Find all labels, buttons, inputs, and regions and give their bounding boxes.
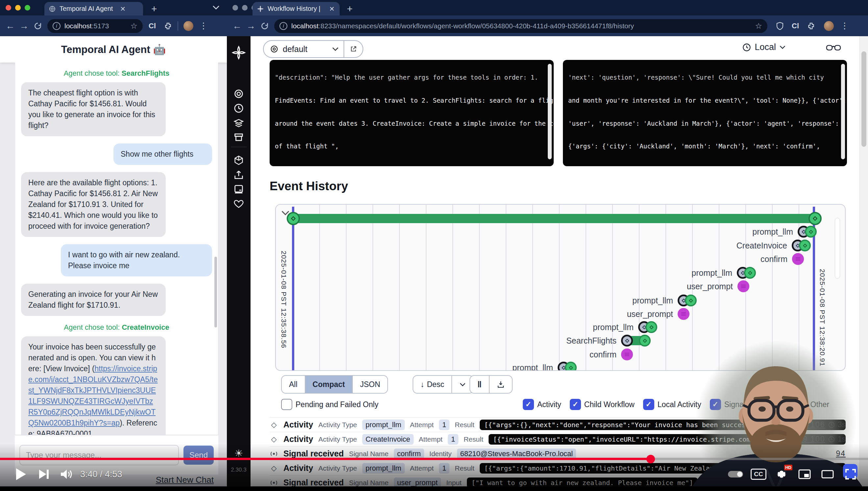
export-icon[interactable] xyxy=(227,169,251,180)
close-window-button[interactable] xyxy=(232,5,238,10)
timeline-event-activity[interactable]: SearchFlights xyxy=(621,335,651,347)
workflow-end-marker[interactable] xyxy=(808,212,822,225)
profile-avatar[interactable] xyxy=(183,21,193,31)
filter-activity[interactable]: ✓Activity xyxy=(523,399,561,410)
bookmark-star-icon[interactable]: ☆ xyxy=(130,21,137,31)
schedules-icon[interactable] xyxy=(227,103,251,114)
chat-message-list[interactable]: Agent chose tool: SearchFlights The chea… xyxy=(15,62,218,435)
conversation-history-json-panel[interactable]: 'next': 'question', 'response': \"Sure! … xyxy=(563,60,847,166)
filter-child-workflow[interactable]: ✓Child Workflow xyxy=(570,399,634,410)
address-bar[interactable]: i localhost:8233/namespaces/default/work… xyxy=(274,19,767,33)
new-tab-button[interactable]: + xyxy=(151,3,157,15)
code-scrollbar[interactable] xyxy=(841,64,845,159)
temporal-logo-icon[interactable] xyxy=(227,46,251,60)
archive-icon[interactable] xyxy=(227,132,251,143)
settings-button[interactable]: HD xyxy=(770,463,793,486)
timeline-event-activity[interactable]: prompt_llm xyxy=(678,294,697,307)
favorites-heart-icon[interactable] xyxy=(227,198,251,209)
stack-icon[interactable] xyxy=(227,117,251,128)
collapse-timeline-chevron-icon[interactable] xyxy=(280,210,290,216)
code-scrollbar[interactable] xyxy=(548,64,552,159)
timeline-event-activity[interactable]: prompt_llm xyxy=(737,267,756,279)
autoplay-toggle[interactable] xyxy=(724,463,747,486)
right-toolbar: ← → i localhost:8233/namespaces/default/… xyxy=(227,16,868,36)
back-button[interactable]: ← xyxy=(230,21,244,31)
view-tab-all[interactable]: All xyxy=(282,376,305,393)
site-info-icon[interactable]: i xyxy=(53,22,61,30)
view-tab-json[interactable]: JSON xyxy=(353,376,387,393)
miniplayer-button[interactable] xyxy=(793,463,816,486)
zoom-window-button[interactable] xyxy=(25,5,30,10)
download-history-button[interactable] xyxy=(490,376,512,393)
hd-quality-badge: HD xyxy=(784,465,793,470)
extension-cl-icon[interactable]: Cl xyxy=(149,22,156,30)
timeline-event-activity[interactable]: prompt_llm xyxy=(558,362,577,371)
sort-order-button: ↓Desc xyxy=(413,375,474,394)
namespace-icon xyxy=(270,45,279,54)
address-bar[interactable]: i localhost:5173 ☆ xyxy=(48,19,143,33)
browser-menu-icon[interactable]: ⋮ xyxy=(199,21,208,31)
play-button[interactable] xyxy=(9,463,32,486)
reload-button[interactable] xyxy=(258,22,272,30)
reload-button[interactable] xyxy=(31,22,45,30)
timeline-scrollbar[interactable] xyxy=(835,218,840,279)
activity-diamond-icon: ◇ xyxy=(270,435,278,443)
player-controls: 3:40 / 4:53 CC HD xyxy=(0,462,868,486)
theater-mode-button[interactable] xyxy=(816,463,839,486)
timeline-event-signal[interactable]: confirm xyxy=(792,253,804,265)
extensions-puzzle-icon[interactable] xyxy=(164,22,172,30)
timezone-select[interactable]: Local xyxy=(742,42,786,52)
labs-glasses-icon[interactable] xyxy=(826,43,841,53)
extensions-puzzle-icon[interactable] xyxy=(807,22,815,30)
fullscreen-button[interactable] xyxy=(839,463,862,486)
timeline-event-activity[interactable]: prompt_llm xyxy=(638,321,657,333)
chat-scrollbar[interactable] xyxy=(214,257,217,327)
pause-updates-button[interactable]: ‖ xyxy=(470,376,490,393)
checkbox-unchecked[interactable] xyxy=(281,399,292,410)
workflow-execution-bar[interactable] xyxy=(293,214,815,223)
back-button[interactable]: ← xyxy=(3,21,17,31)
workflows-icon[interactable] xyxy=(227,88,251,99)
video-progress-bar[interactable] xyxy=(0,458,868,460)
workflow-input-json-panel[interactable]: "description": "Help the user gather arg… xyxy=(270,60,554,166)
sidebar-divider xyxy=(231,147,247,147)
window-controls[interactable] xyxy=(6,5,30,10)
cube-icon[interactable] xyxy=(227,155,251,166)
tab-workflow-history[interactable]: Workflow History | agent-wor ✕ xyxy=(252,2,340,16)
timeline-event-signal[interactable]: user_prompt xyxy=(678,308,689,320)
sort-desc-button[interactable]: ↓Desc xyxy=(413,376,452,393)
close-window-button[interactable] xyxy=(6,5,11,10)
volume-button[interactable] xyxy=(55,463,78,486)
pending-failed-filter[interactable]: Pending and Failed Only xyxy=(281,399,378,410)
timeline-event-signal[interactable]: confirm xyxy=(621,348,633,360)
shield-extension-icon[interactable] xyxy=(776,22,784,30)
invoice-link[interactable]: https://invoice.stripe.com/i/acct_1NBOLu… xyxy=(28,364,158,427)
new-tab-button[interactable]: + xyxy=(347,3,353,15)
timeline-start-line xyxy=(292,207,294,370)
tab-temporal-ai-agent[interactable]: Temporal AI Agent ✕ xyxy=(44,2,143,16)
minimize-window-button[interactable] xyxy=(15,5,21,10)
temporal-sidebar: ☀ 2.30.3 xyxy=(227,36,251,491)
timeline-event-signal[interactable]: user_prompt xyxy=(738,280,749,292)
namespace-select[interactable]: default xyxy=(263,40,363,58)
bookmark-star-icon[interactable]: ☆ xyxy=(755,21,762,31)
open-namespace-button[interactable] xyxy=(344,41,363,57)
minimize-window-button[interactable] xyxy=(242,5,248,10)
url-host: localhost xyxy=(64,22,92,30)
timeline-event-activity[interactable]: prompt_llm xyxy=(798,226,817,238)
tab-close-icon[interactable]: ✕ xyxy=(120,5,126,13)
forward-button[interactable]: → xyxy=(244,21,258,31)
forward-button[interactable]: → xyxy=(17,21,31,31)
extension-cl-icon[interactable]: Cl xyxy=(792,22,799,30)
site-info-icon[interactable]: i xyxy=(279,22,287,30)
next-button[interactable] xyxy=(32,463,55,486)
feedback-icon[interactable] xyxy=(227,184,251,195)
profile-avatar[interactable] xyxy=(824,21,834,31)
view-tab-compact[interactable]: Compact xyxy=(305,376,353,393)
browser-menu-icon[interactable]: ⋮ xyxy=(840,21,849,31)
timeline-event-activity[interactable]: CreateInvoice xyxy=(792,239,811,252)
subtitles-button[interactable]: CC xyxy=(747,463,770,486)
scrollbar-thumb[interactable] xyxy=(861,51,866,147)
tab-search-chevron-icon[interactable] xyxy=(212,5,220,10)
tab-close-icon[interactable]: ✕ xyxy=(329,5,335,13)
